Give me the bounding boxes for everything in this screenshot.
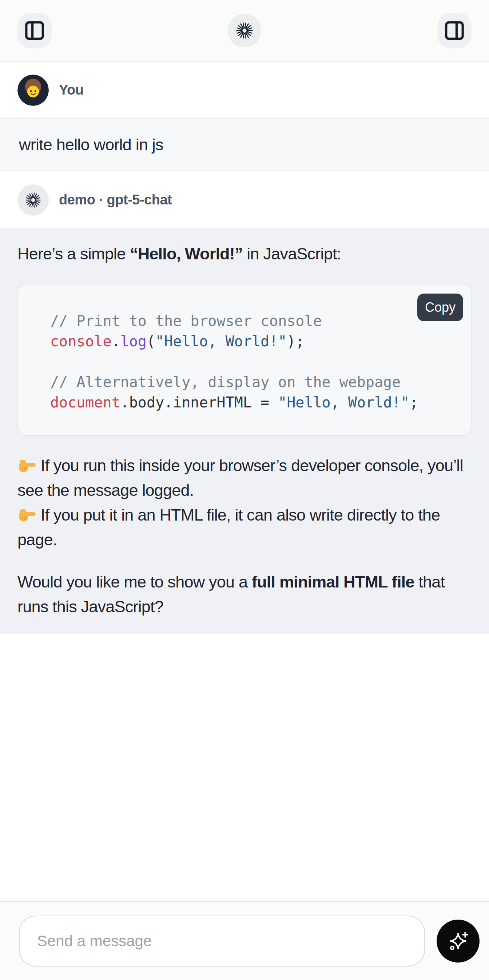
user-avatar — [18, 75, 49, 106]
send-button[interactable] — [436, 920, 479, 963]
sparkle-icon — [447, 930, 469, 952]
chat-app: You write hello world in js demo · gpt-5… — [0, 0, 489, 980]
user-label: You — [59, 82, 83, 98]
assistant-message: Here’s a simple “Hello, World!” in JavaS… — [0, 228, 489, 634]
model-logo-button[interactable] — [228, 14, 261, 47]
assistant-model-label: demo · gpt-5-chat — [59, 192, 172, 208]
assistant-avatar — [18, 185, 49, 216]
panel-left-icon — [23, 19, 46, 42]
starburst-logo-icon — [25, 192, 41, 208]
top-bar — [0, 0, 489, 62]
code-content: // Print to the browser consoleconsole.l… — [50, 311, 456, 412]
user-message: write hello world in js — [0, 118, 489, 171]
message-input[interactable] — [19, 916, 425, 967]
starburst-logo-icon — [236, 21, 253, 40]
assistant-paragraph: Would you like me to show you a full min… — [18, 570, 471, 619]
user-message-text: write hello world in js — [19, 135, 163, 154]
composer-bar — [0, 901, 489, 980]
assistant-paragraph: If you run this inside your browser’s de… — [18, 453, 471, 552]
copy-button[interactable]: Copy — [417, 294, 463, 321]
sidebar-toggle-button[interactable] — [18, 13, 52, 48]
code-block: Copy // Print to the browser consolecons… — [18, 284, 471, 436]
user-message-header: You — [0, 62, 489, 118]
panel-right-icon — [443, 19, 466, 42]
panel-right-toggle-button[interactable] — [437, 13, 471, 48]
person-emoji-avatar-icon — [18, 75, 49, 106]
pointing-right-emoji-icon — [18, 505, 37, 524]
assistant-message-header: demo · gpt-5-chat — [0, 171, 489, 228]
assistant-paragraph: Here’s a simple “Hello, World!” in JavaS… — [18, 242, 471, 266]
pointing-right-emoji-icon — [18, 456, 37, 475]
conversation: You write hello world in js demo · gpt-5… — [0, 62, 489, 901]
